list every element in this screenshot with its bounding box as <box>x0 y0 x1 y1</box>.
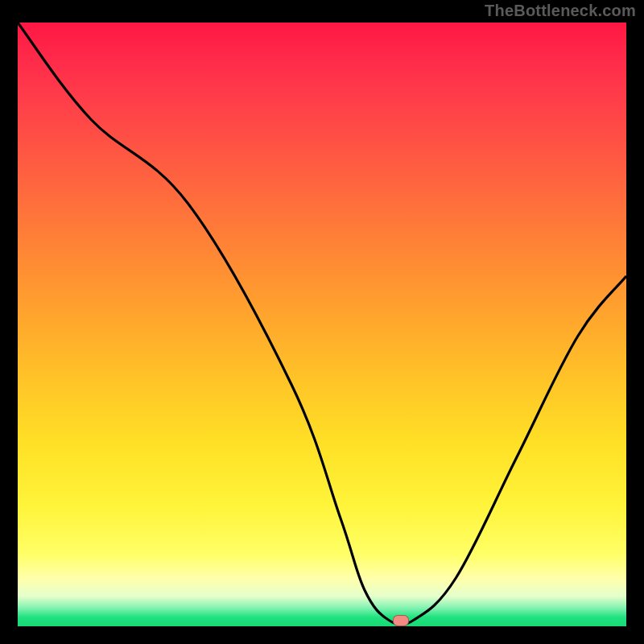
bottleneck-curve <box>18 23 626 626</box>
watermark-text: TheBottleneck.com <box>485 2 636 20</box>
chart-frame: TheBottleneck.com <box>0 0 644 644</box>
plot-area <box>18 23 626 626</box>
optimal-point-marker <box>393 615 409 626</box>
